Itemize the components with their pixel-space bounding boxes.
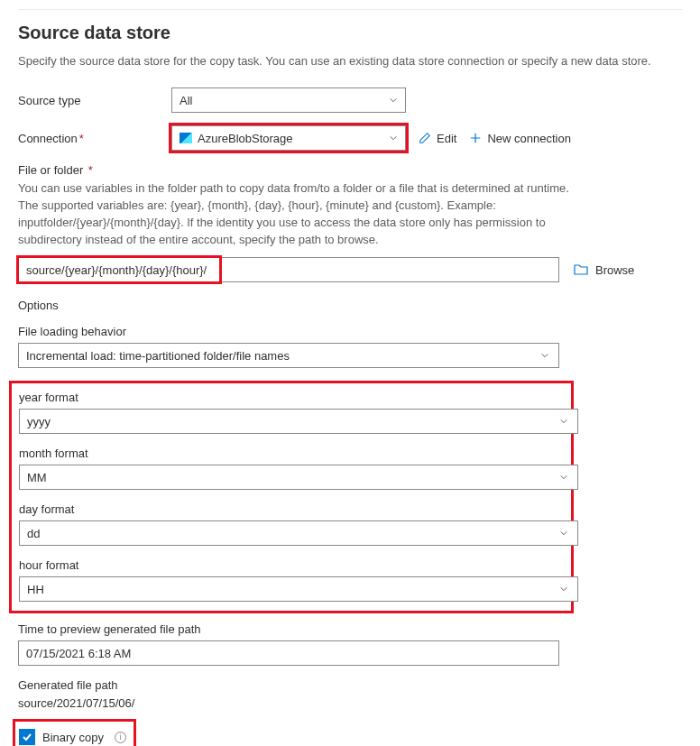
connection-label: Connection* (18, 132, 171, 145)
file-folder-value: source/{year}/{month}/{day}/{hour}/ (26, 263, 207, 277)
month-format-select[interactable]: MM (19, 465, 578, 490)
day-format-select[interactable]: dd (19, 520, 578, 546)
hour-format-select[interactable]: HH (19, 576, 578, 602)
browse-button[interactable]: Browse (574, 263, 634, 277)
top-divider (18, 9, 682, 10)
edit-connection-button[interactable]: Edit (419, 132, 456, 145)
info-icon[interactable]: i (115, 732, 126, 743)
year-format-label: year format (19, 391, 564, 404)
source-type-select[interactable]: All (171, 87, 406, 113)
day-format-value: dd (27, 527, 40, 540)
binary-copy-checkbox[interactable] (19, 729, 35, 745)
check-icon (22, 732, 32, 742)
year-format-value: yyyy (27, 415, 51, 428)
options-heading: Options (18, 299, 682, 312)
connection-select[interactable]: AzureBlobStorage (171, 125, 406, 151)
file-loading-behavior-value: Incremental load: time-partitioned folde… (26, 349, 290, 363)
day-format-label: day format (19, 502, 564, 516)
chevron-down-icon (540, 351, 549, 360)
chevron-down-icon (559, 473, 568, 482)
binary-copy-highlight: Binary copy i (13, 719, 136, 746)
binary-copy-label: Binary copy (42, 731, 104, 744)
source-type-value: All (180, 94, 192, 107)
file-folder-help: You can use variables in the folder path… (18, 180, 577, 248)
hour-format-label: hour format (19, 558, 564, 572)
file-loading-behavior-select[interactable]: Incremental load: time-partitioned folde… (18, 343, 559, 368)
connection-value: AzureBlobStorage (198, 132, 293, 145)
chevron-down-icon (559, 585, 568, 594)
month-format-value: MM (27, 471, 47, 484)
file-folder-input[interactable]: source/{year}/{month}/{day}/{hour}/ (18, 257, 559, 282)
page-subtitle: Specify the source data store for the co… (18, 54, 682, 68)
year-format-select[interactable]: yyyy (19, 409, 578, 434)
azure-blob-icon (180, 133, 192, 143)
chevron-down-icon (559, 529, 568, 538)
preview-time-value: 07/15/2021 6:18 AM (26, 647, 131, 660)
preview-time-input[interactable]: 07/15/2021 6:18 AM (18, 640, 559, 666)
source-type-label: Source type (18, 94, 171, 107)
page-title: Source data store (18, 23, 682, 43)
file-folder-label: File or folder * (18, 163, 682, 177)
new-connection-button[interactable]: New connection (469, 132, 571, 145)
generated-path-value: source/2021/07/15/06/ (18, 696, 682, 710)
pencil-icon (419, 132, 431, 144)
folder-icon (574, 263, 588, 276)
file-loading-behavior-label: File loading behavior (18, 325, 682, 338)
plus-icon (469, 132, 482, 144)
month-format-label: month format (19, 447, 564, 460)
chevron-down-icon (389, 96, 398, 105)
format-group-highlight: year format yyyy month format MM day for… (9, 381, 574, 613)
hour-format-value: HH (27, 583, 44, 596)
chevron-down-icon (389, 134, 398, 143)
generated-path-label: Generated file path (18, 678, 682, 692)
preview-time-label: Time to preview generated file path (18, 622, 682, 636)
chevron-down-icon (559, 417, 568, 426)
